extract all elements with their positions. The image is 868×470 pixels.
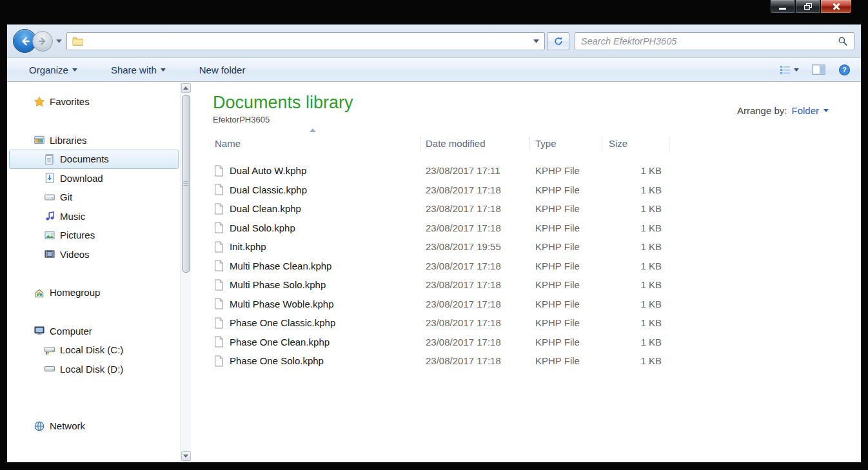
window-body: OrganizeShare withNew folder ? Favorites…	[7, 24, 861, 462]
sidebar-scrollbar[interactable]	[180, 82, 191, 462]
file-date-modified: 23/08/2017 19:55	[420, 241, 530, 252]
file-size: 1 KB	[602, 260, 669, 271]
column-header-size[interactable]: Size	[602, 137, 669, 151]
column-header-name[interactable]: Name	[213, 137, 420, 151]
sidebar-item-pictures[interactable]: Pictures	[9, 226, 179, 245]
file-name-cell: Multi Phase Solo.kphp	[213, 279, 420, 291]
file-name-cell: Dual Auto W.kphp	[213, 165, 420, 177]
sidebar-item-homegroup[interactable]: Homegroup	[9, 283, 179, 302]
file-date-modified: 23/08/2017 17:18	[420, 317, 530, 328]
preview-pane-icon	[812, 64, 825, 75]
file-size: 1 KB	[602, 241, 669, 252]
sidebar-item-local-disk-d[interactable]: Local Disk (D:)	[9, 360, 179, 379]
restore-button[interactable]	[795, 0, 820, 14]
file-type: KPHP File	[530, 203, 602, 214]
file-row[interactable]: Multi Phase Solo.kphp23/08/2017 17:18KPH…	[213, 275, 861, 295]
address-input[interactable]	[87, 36, 527, 46]
toolbar-share-with[interactable]: Share with	[107, 62, 170, 78]
sidebar-section: Network	[7, 416, 180, 436]
file-icon	[214, 203, 224, 215]
file-date-modified: 23/08/2017 17:18	[420, 299, 530, 309]
address-bar[interactable]	[66, 32, 545, 50]
file-row[interactable]: Dual Auto W.kphp23/08/2017 17:11KPHP Fil…	[213, 161, 861, 181]
sidebar-item-local-disk-c[interactable]: Local Disk (C:)	[9, 340, 179, 360]
file-row[interactable]: Phase One Solo.kphp23/08/2017 17:18KPHP …	[213, 351, 861, 371]
column-header-type[interactable]: Type	[530, 137, 602, 151]
sidebar-item-network[interactable]: Network	[9, 416, 179, 436]
sidebar-item-label: Local Disk (D:)	[60, 364, 123, 375]
sidebar-item-download[interactable]: Download	[9, 169, 179, 188]
file-icon	[214, 355, 224, 367]
file-date-modified: 23/08/2017 17:18	[420, 337, 530, 348]
sidebar-section: LibrariesDocumentsDownloadGitMusicPictur…	[7, 131, 180, 264]
file-type: KPHP File	[530, 260, 602, 271]
file-row[interactable]: Dual Classic.kphp23/08/2017 17:18KPHP Fi…	[213, 181, 861, 200]
file-name: Multi Phase Clean.kphp	[230, 260, 331, 271]
file-name-cell: Phase One Solo.kphp	[213, 355, 420, 367]
scrollbar-thumb[interactable]	[182, 95, 190, 273]
file-row[interactable]: Dual Clean.kphp23/08/2017 17:18KPHP File…	[213, 199, 861, 219]
chevron-down-icon	[161, 68, 166, 72]
scroll-up-button[interactable]	[181, 83, 191, 93]
back-arrow-icon	[19, 35, 31, 47]
file-name: Dual Solo.kphp	[230, 222, 295, 233]
search-input[interactable]	[581, 36, 838, 46]
file-size: 1 KB	[602, 317, 669, 328]
toolbar-item-label: Organize	[29, 64, 68, 75]
file-type: KPHP File	[530, 184, 602, 195]
music-icon	[44, 210, 55, 222]
refresh-button[interactable]	[547, 32, 569, 50]
toolbar-item-label: New folder	[199, 64, 246, 75]
git-icon	[44, 191, 55, 203]
recent-pages-chevron-icon[interactable]	[56, 39, 62, 43]
toolbar-new-folder[interactable]: New folder	[195, 62, 250, 78]
scroll-down-button[interactable]	[181, 451, 191, 461]
file-name: Phase One Clean.kphp	[230, 337, 330, 348]
sort-ascending-icon	[310, 128, 316, 132]
file-size: 1 KB	[602, 222, 669, 233]
toolbar-organize[interactable]: Organize	[25, 62, 81, 78]
arrange-by[interactable]: Arrange by: Folder	[737, 105, 829, 116]
sidebar-item-git[interactable]: Git	[9, 188, 179, 207]
file-icon	[214, 317, 224, 329]
toolbar-right: ?	[780, 64, 851, 76]
sidebar-item-computer[interactable]: Computer	[9, 322, 179, 341]
forward-button[interactable]	[32, 31, 53, 52]
address-chevron-icon[interactable]	[533, 39, 539, 43]
sidebar-item-favorites[interactable]: Favorites	[9, 92, 179, 112]
minimize-button[interactable]	[770, 0, 795, 14]
sidebar-item-documents[interactable]: Documents	[9, 150, 179, 169]
sidebar-item-music[interactable]: Music	[9, 207, 179, 226]
arrange-by-value[interactable]: Folder	[791, 105, 819, 116]
column-header-date-modified[interactable]: Date modified	[420, 137, 530, 151]
file-row[interactable]: Init.kphp23/08/2017 19:55KPHP File1 KB	[213, 237, 861, 257]
help-icon: ?	[838, 64, 851, 76]
file-name-cell: Multi Phase Woble.kphp	[213, 298, 420, 309]
chevron-down-icon	[824, 109, 829, 112]
svg-text:?: ?	[842, 66, 847, 73]
libraries-icon	[34, 134, 45, 146]
file-row[interactable]: Dual Solo.kphp23/08/2017 17:18KPHP File1…	[213, 219, 861, 238]
close-button[interactable]	[820, 0, 852, 14]
file-row[interactable]: Phase One Classic.kphp23/08/2017 17:18KP…	[213, 313, 861, 333]
file-name-cell: Dual Solo.kphp	[213, 222, 420, 233]
sidebar-item-videos[interactable]: Videos	[9, 245, 179, 264]
file-row[interactable]: Phase One Clean.kphp23/08/2017 17:18KPHP…	[213, 333, 861, 352]
file-size: 1 KB	[602, 203, 669, 214]
file-icon	[214, 298, 224, 309]
restore-icon	[804, 3, 812, 10]
file-row[interactable]: Multi Phase Clean.kphp23/08/2017 17:18KP…	[213, 257, 861, 276]
file-icon	[214, 336, 224, 348]
sidebar-item-label: Download	[60, 173, 103, 184]
sidebar-item-libraries[interactable]: Libraries	[9, 131, 179, 150]
views-button[interactable]	[780, 64, 799, 75]
file-icon	[214, 241, 224, 253]
preview-pane-button[interactable]	[812, 64, 825, 75]
help-button[interactable]: ?	[838, 64, 851, 76]
sidebar-section: Favorites	[7, 92, 180, 112]
file-row[interactable]: Multi Phase Woble.kphp23/08/2017 17:18KP…	[213, 295, 861, 314]
search-icon[interactable]	[838, 36, 848, 46]
file-name-cell: Multi Phase Clean.kphp	[213, 260, 420, 271]
content-area: FavoritesLibrariesDocumentsDownloadGitMu…	[7, 82, 861, 462]
file-icon	[214, 260, 224, 271]
